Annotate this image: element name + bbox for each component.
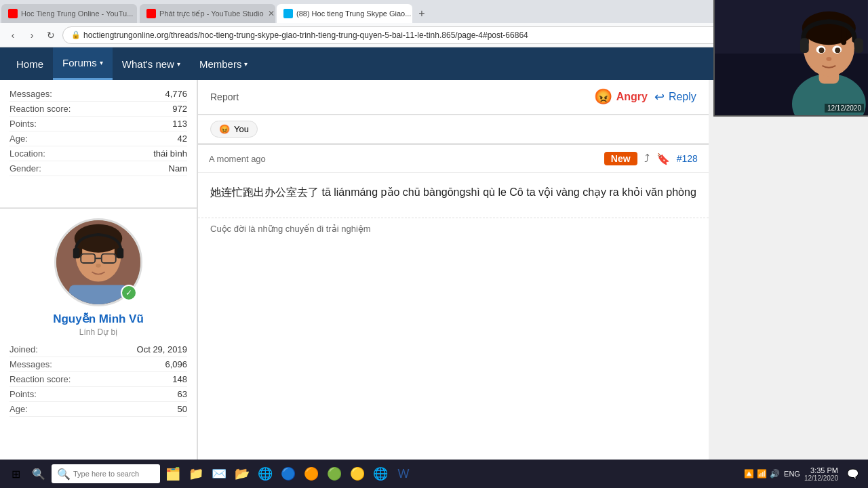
- svg-rect-19: [841, 28, 846, 45]
- reply-button[interactable]: ↩ Reply: [654, 89, 696, 104]
- share-icon[interactable]: ⤴: [644, 152, 650, 165]
- user-card-bottom: ✓ Nguyễn Minh Vũ Lính Dự bị Joined: Oct …: [0, 209, 197, 460]
- forums-chevron-icon: ▾: [100, 59, 103, 66]
- taskbar-icon-7[interactable]: 🟠: [301, 464, 321, 484]
- nav-members-label: Members: [199, 58, 242, 70]
- taskbar-icon-5[interactable]: 🌐: [255, 464, 275, 484]
- svg-rect-11: [117, 248, 124, 258]
- back-button[interactable]: ‹: [5, 28, 20, 43]
- reaction-value: 972: [172, 104, 187, 114]
- stat-points: Points: 113: [9, 117, 187, 131]
- angry-emoji-icon: 😡: [594, 88, 612, 106]
- main-split: Messages: 4,776 Reaction score: 972 Poin…: [0, 80, 709, 460]
- taskbar-icon-3[interactable]: ✉️: [209, 464, 229, 484]
- taskbar-clock: 3:35 PM 12/12/2020: [804, 466, 838, 482]
- taskbar-icon-word[interactable]: W: [393, 464, 414, 484]
- report-button[interactable]: Report: [210, 92, 239, 102]
- taskbar-icon-9[interactable]: 🟡: [347, 464, 368, 484]
- tab-1[interactable]: Hoc Tieng Trung Online - YouTu... ✕: [1, 4, 137, 23]
- svg-point-25: [835, 47, 840, 53]
- forward-button[interactable]: ›: [24, 28, 39, 43]
- stat-reaction: Reaction score: 972: [9, 102, 187, 117]
- reaction-label: Reaction score:: [9, 104, 71, 114]
- age-value: 42: [178, 134, 187, 144]
- post-body: 她连忙跑出办公室去了 tā liánmáng pǎo chū bàngōngsh…: [198, 173, 709, 212]
- messages2-value: 6,096: [165, 359, 187, 369]
- stat2-points: Points: 63: [9, 387, 187, 402]
- reply-icon: ↩: [654, 89, 665, 104]
- age-label: Age:: [9, 134, 28, 144]
- new-tab-button[interactable]: +: [412, 4, 431, 23]
- online-badge: ✓: [121, 285, 137, 301]
- tab-label-1: Hoc Tieng Trung Online - YouTu...: [21, 9, 133, 18]
- post-actions-right: 😡 Angry ↩ Reply: [594, 88, 696, 106]
- taskbar-icon-1[interactable]: 🗂️: [163, 464, 183, 484]
- post-actions-left: Report: [210, 92, 239, 102]
- stat2-reaction: Reaction score: 148: [9, 372, 187, 387]
- tab-favicon-2: [146, 9, 156, 18]
- url-text: hoctiengtrungonline.org/threads/hoc-tien…: [83, 30, 528, 40]
- nav-forums-label: Forums: [62, 57, 97, 68]
- taskbar-icon-6[interactable]: 🔵: [278, 464, 298, 484]
- svg-rect-10: [73, 248, 80, 258]
- lock-icon: 🔒: [71, 30, 81, 39]
- taskbar-search-input[interactable]: [73, 470, 155, 478]
- bookmark-icon[interactable]: 🔖: [656, 152, 670, 165]
- post-signature: Cuộc đời là những chuyến đi trải nghiệm: [198, 218, 709, 239]
- windows-start-icon[interactable]: ⊞: [5, 464, 26, 484]
- svg-rect-21: [854, 38, 863, 53]
- messages2-label: Messages:: [9, 359, 52, 369]
- reload-button[interactable]: ↻: [43, 28, 58, 43]
- webcam-timestamp: 12/12/2020: [825, 104, 864, 113]
- post-section-top: Report 😡 Angry ↩ Reply: [198, 80, 709, 145]
- tab-favicon-3: [283, 9, 293, 18]
- messages-label: Messages:: [9, 89, 52, 99]
- nav-home[interactable]: Home: [7, 47, 53, 80]
- notification-icon[interactable]: 🗨️: [842, 464, 863, 484]
- user-stats-2: Joined: Oct 29, 2019 Messages: 6,096 Rea…: [9, 342, 187, 417]
- post-number[interactable]: #128: [677, 153, 698, 164]
- members-chevron-icon: ▾: [244, 60, 248, 68]
- svg-point-8: [96, 264, 101, 268]
- joined-value: Oct 29, 2019: [137, 344, 187, 354]
- taskbar-date: 12/12/2020: [804, 474, 838, 482]
- angry-button[interactable]: 😡 Angry: [594, 88, 648, 106]
- taskbar-lang: ENG: [784, 470, 800, 478]
- tab-3[interactable]: (88) Hoc tieng Trung Skype Giao... ✕: [277, 4, 412, 23]
- search-taskbar-icon[interactable]: 🔍: [28, 464, 49, 484]
- taskbar-right: 🔼 📶 🔊 ENG 3:35 PM 12/12/2020 🗨️: [744, 464, 863, 484]
- gender-label: Gender:: [9, 163, 41, 174]
- avatar-container: ✓: [54, 218, 142, 306]
- main-area: Messages: 4,776 Reaction score: 972 Poin…: [0, 80, 868, 460]
- reaction2-label: Reaction score:: [9, 374, 71, 384]
- whats-new-chevron-icon: ▾: [177, 60, 180, 68]
- age2-value: 50: [178, 404, 187, 414]
- user-name[interactable]: Nguyễn Minh Vũ: [53, 312, 144, 326]
- nav-members[interactable]: Members ▾: [190, 47, 258, 80]
- svg-rect-9: [69, 285, 127, 306]
- reaction-pill[interactable]: 😡 You: [210, 121, 258, 138]
- system-tray-icons: 🔼 📶 🔊: [744, 469, 780, 479]
- taskbar-icon-10[interactable]: 🌐: [370, 464, 391, 484]
- points2-value: 63: [178, 389, 187, 399]
- taskbar-icon-2[interactable]: 📁: [186, 464, 206, 484]
- angry-label: Angry: [616, 91, 648, 103]
- reaction-emoji: 😡: [219, 124, 230, 134]
- tab-2[interactable]: Phát trực tiếp - YouTube Studio ✕: [140, 4, 275, 23]
- stat-gender: Gender: Nam: [9, 161, 187, 176]
- stat2-messages: Messages: 6,096: [9, 357, 187, 372]
- age2-label: Age:: [9, 404, 28, 414]
- taskbar-icon-4[interactable]: 📂: [232, 464, 252, 484]
- tab-close-2[interactable]: ✕: [268, 9, 275, 18]
- taskbar-icon-8[interactable]: 🟢: [324, 464, 344, 484]
- stat-age: Age: 42: [9, 131, 187, 146]
- taskbar-search-box[interactable]: 🔍: [52, 464, 160, 483]
- post-actions-bar: Report 😡 Angry ↩ Reply: [198, 80, 709, 115]
- nav-forums[interactable]: Forums ▾: [53, 47, 113, 80]
- svg-point-26: [826, 57, 831, 61]
- stat2-age: Age: 50: [9, 402, 187, 417]
- nav-whats-new[interactable]: What's new ▾: [113, 47, 190, 80]
- messages-value: 4,776: [165, 89, 187, 99]
- post-header-row: A moment ago New ⤴ 🔖 #128: [198, 145, 709, 173]
- reaction-you: You: [234, 124, 249, 134]
